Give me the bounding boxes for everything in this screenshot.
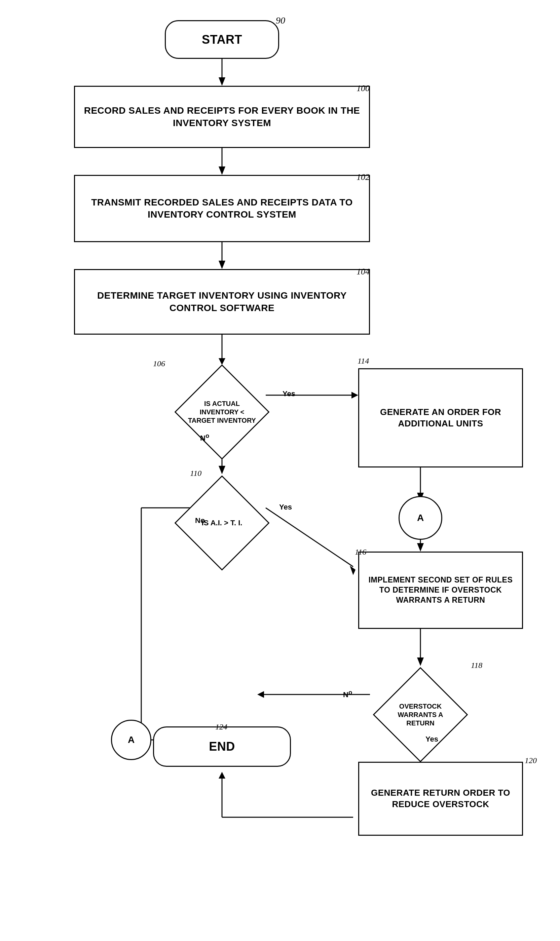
ref-116: 116 bbox=[355, 547, 366, 557]
node-104: DETERMINE TARGET INVENTORY USING INVENTO… bbox=[74, 269, 370, 335]
ref-100: 100 bbox=[357, 83, 370, 94]
svg-marker-13 bbox=[417, 543, 424, 552]
start-node: START bbox=[165, 20, 279, 59]
diamond-106-wrapper: IS ACTUAL INVENTORY < TARGET INVENTORY bbox=[172, 361, 272, 463]
connector-a-top: A bbox=[398, 496, 442, 540]
node-100: RECORD SALES AND RECEIPTS FOR EVERY BOOK… bbox=[74, 86, 370, 148]
ref-102: 102 bbox=[357, 172, 370, 182]
yes-label-106: Yes bbox=[283, 389, 295, 398]
svg-marker-1 bbox=[218, 77, 225, 86]
ref-124: 124 bbox=[215, 723, 228, 732]
ref-114: 114 bbox=[357, 357, 369, 366]
svg-line-16 bbox=[266, 508, 353, 567]
yes-label-118: Yes bbox=[425, 735, 438, 744]
svg-marker-9 bbox=[351, 392, 358, 398]
svg-marker-3 bbox=[218, 166, 225, 175]
node-102: TRANSMIT RECORDED SALES AND RECEIPTS DAT… bbox=[74, 175, 370, 242]
connector-a-left: A bbox=[111, 720, 151, 760]
diamond-110 bbox=[175, 475, 270, 571]
ref-118: 118 bbox=[471, 661, 482, 670]
ref-90: 90 bbox=[276, 15, 285, 26]
no-label-118: No bbox=[343, 689, 352, 699]
node-114: GENERATE AN ORDER FOR ADDITIONAL UNITS bbox=[358, 368, 523, 467]
svg-marker-5 bbox=[218, 261, 225, 269]
svg-marker-21 bbox=[257, 691, 264, 698]
ref-104: 104 bbox=[357, 267, 370, 277]
svg-marker-30 bbox=[218, 772, 225, 778]
diamond-118-wrapper: OVERSTOCK WARRANTS A RETURN bbox=[368, 663, 472, 767]
ref-106: 106 bbox=[153, 359, 165, 368]
node-120: GENERATE RETURN ORDER TO REDUCE OVERSTOC… bbox=[358, 762, 523, 836]
no-label-106: No bbox=[200, 432, 209, 443]
node-116: IMPLEMENT SECOND SET OF RULES TO DETERMI… bbox=[358, 552, 523, 629]
ref-120: 120 bbox=[525, 756, 537, 765]
diamond-118 bbox=[373, 667, 468, 763]
svg-marker-17 bbox=[350, 566, 355, 575]
no-label-110: No bbox=[195, 516, 205, 525]
flowchart-diagram: START 90 RECORD SALES AND RECEIPTS FOR E… bbox=[0, 0, 560, 941]
diamond-106 bbox=[175, 364, 270, 460]
diamond-110-wrapper: IS A.I. > T. I. bbox=[172, 472, 272, 574]
end-node: END bbox=[153, 726, 291, 767]
ref-110: 110 bbox=[190, 469, 202, 478]
yes-label-110: Yes bbox=[279, 503, 292, 512]
